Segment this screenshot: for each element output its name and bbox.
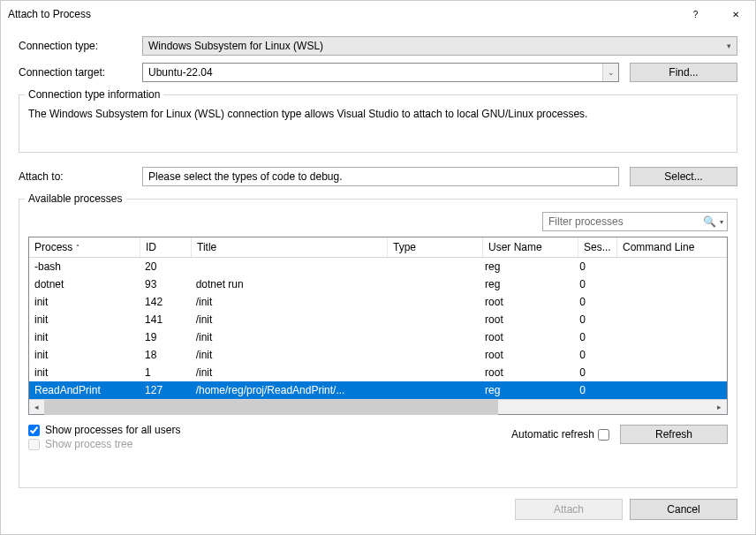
table-cell — [613, 318, 727, 321]
available-processes-legend: Available processes — [25, 192, 126, 205]
column-header-type[interactable]: Type — [388, 237, 483, 257]
column-header-user[interactable]: User Name — [483, 237, 578, 257]
table-cell: root — [480, 329, 574, 345]
help-button[interactable]: ? — [676, 1, 715, 27]
table-cell — [385, 265, 480, 268]
table-cell: /init — [191, 294, 385, 310]
table-cell: reg — [480, 259, 574, 275]
column-header-process[interactable]: Process ˄ — [29, 237, 140, 257]
table-cell: 0 — [574, 329, 613, 345]
connection-info-text: The Windows Subsystem for Linux (WSL) co… — [28, 108, 728, 120]
table-cell — [385, 335, 480, 339]
table-row[interactable]: dotnet93dotnet runreg0 — [29, 275, 727, 293]
table-cell — [385, 283, 480, 286]
table-row[interactable]: init18/initroot0 — [29, 346, 727, 364]
show-process-tree-label: Show process tree — [45, 438, 132, 450]
table-cell: root — [480, 312, 574, 328]
table-cell — [613, 353, 727, 357]
table-cell: init — [29, 294, 140, 310]
table-cell — [385, 371, 480, 374]
table-cell: 18 — [140, 347, 191, 363]
table-row[interactable]: init19/initroot0 — [29, 328, 727, 346]
filter-input[interactable]: Filter processes 🔍 ▾ — [542, 212, 728, 231]
available-processes-group: Available processes Filter processes 🔍 ▾… — [19, 199, 737, 488]
table-cell: 141 — [140, 312, 191, 328]
attach-to-textbox[interactable]: Please select the types of code to debug… — [142, 167, 619, 186]
table-cell: 127 — [140, 382, 191, 398]
table-cell: init — [29, 365, 140, 381]
table-cell: 20 — [140, 259, 191, 275]
column-header-command[interactable]: Command Line — [617, 237, 727, 257]
table-cell — [191, 265, 385, 268]
chevron-down-icon[interactable]: ▾ — [720, 218, 723, 226]
table-cell: /init — [191, 329, 385, 345]
table-cell: root — [480, 347, 574, 363]
table-row[interactable]: ReadAndPrint127/home/reg/proj/ReadAndPri… — [29, 381, 727, 399]
connection-type-dropdown[interactable]: Windows Subsystem for Linux (WSL) ▾ — [142, 36, 737, 56]
table-cell: 1 — [140, 365, 191, 381]
filter-placeholder: Filter processes — [547, 215, 703, 228]
connection-type-label: Connection type: — [19, 40, 142, 52]
table-cell: ReadAndPrint — [29, 382, 140, 398]
table-cell — [385, 318, 480, 321]
show-all-users-checkbox[interactable] — [28, 425, 40, 436]
table-cell: /home/reg/proj/ReadAndPrint/... — [191, 382, 385, 398]
refresh-button[interactable]: Refresh — [620, 425, 728, 444]
cancel-button[interactable]: Cancel — [630, 499, 737, 520]
column-header-title[interactable]: Title — [192, 237, 388, 257]
column-header-id[interactable]: ID — [140, 237, 192, 257]
table-cell: reg — [480, 382, 574, 398]
table-cell: 0 — [574, 276, 613, 292]
table-cell: dotnet run — [191, 276, 385, 292]
chevron-down-icon: ▾ — [727, 41, 731, 50]
table-cell — [613, 371, 727, 374]
table-cell: init — [29, 347, 140, 363]
table-cell — [385, 300, 480, 304]
window-title: Attach to Process — [8, 8, 676, 20]
horizontal-scrollbar[interactable]: ◂ ▸ — [29, 399, 727, 414]
sort-asc-icon: ˄ — [76, 244, 79, 252]
close-button[interactable]: ✕ — [715, 1, 755, 27]
show-process-tree-checkbox — [28, 439, 40, 450]
find-button[interactable]: Find... — [630, 63, 737, 82]
table-row[interactable]: init142/initroot0 — [29, 293, 727, 311]
table-cell: 142 — [140, 294, 191, 310]
connection-target-value: Ubuntu-22.04 — [143, 66, 602, 79]
table-row[interactable]: init141/initroot0 — [29, 311, 727, 328]
table-cell — [385, 353, 480, 357]
table-cell — [613, 283, 727, 286]
scroll-right-icon[interactable]: ▸ — [712, 400, 727, 415]
process-table: Process ˄ ID Title Type User Name Ses...… — [28, 237, 728, 415]
select-button[interactable]: Select... — [630, 167, 737, 186]
table-cell: 93 — [140, 276, 191, 292]
scroll-left-icon[interactable]: ◂ — [29, 400, 44, 415]
automatic-refresh-label: Automatic refresh — [511, 428, 594, 441]
table-cell: /init — [191, 365, 385, 381]
attach-button[interactable]: Attach — [515, 499, 623, 520]
table-cell: 0 — [574, 347, 613, 363]
connection-info-legend: Connection type information — [25, 88, 163, 101]
table-cell: root — [480, 294, 574, 310]
chevron-down-icon[interactable]: ⌄ — [602, 64, 618, 81]
table-cell: 0 — [574, 294, 613, 310]
table-cell: 0 — [574, 365, 613, 381]
table-cell — [613, 265, 727, 268]
table-row[interactable]: -bash20reg0 — [29, 258, 727, 275]
connection-info-group: Connection type information The Windows … — [19, 94, 737, 153]
table-cell: 0 — [574, 259, 613, 275]
table-cell: 0 — [574, 312, 613, 328]
table-cell: /init — [191, 312, 385, 328]
table-cell: init — [29, 329, 140, 345]
attach-to-label: Attach to: — [19, 170, 142, 183]
table-cell: 0 — [574, 382, 613, 398]
table-cell: dotnet — [29, 276, 140, 292]
show-all-users-label[interactable]: Show processes for all users — [45, 424, 180, 436]
connection-target-label: Connection target: — [19, 66, 142, 79]
table-row[interactable]: init1/initroot0 — [29, 364, 727, 381]
table-cell — [613, 388, 727, 392]
table-cell: init — [29, 312, 140, 328]
search-icon: 🔍 — [703, 215, 716, 228]
column-header-session[interactable]: Ses... — [578, 237, 617, 257]
connection-target-combo[interactable]: Ubuntu-22.04 ⌄ — [142, 63, 619, 82]
automatic-refresh-checkbox[interactable] — [598, 429, 609, 441]
